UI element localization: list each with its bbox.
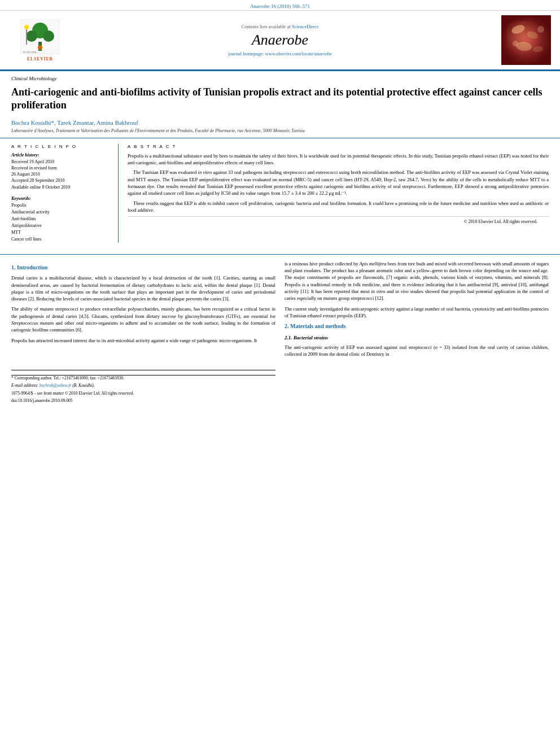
svg-point-4 xyxy=(43,30,54,42)
abstract-column: A B S T R A C T Propolis is a multifunct… xyxy=(128,144,549,243)
footnote-area: * Corresponding author. Tel.: +216734610… xyxy=(11,375,275,404)
keywords-label: Keywords: xyxy=(11,196,111,201)
intro-para3: Propolis has attracted increased interes… xyxy=(11,337,275,344)
svg-point-7 xyxy=(24,25,29,29)
copyright-line: © 2010 Elsevier Ltd. All rights reserved… xyxy=(128,216,549,228)
journal-homepage: journal homepage: www.elsevier.com/locat… xyxy=(71,51,489,56)
journal-header: ELSEVIER ELSEVIER Contents lists availab… xyxy=(0,11,560,71)
corresponding-author: * Corresponding author. Tel.: +216734610… xyxy=(11,375,275,382)
svg-point-10 xyxy=(510,23,526,35)
abstract-para1: Propolis is a multifunctional substance … xyxy=(128,152,549,167)
intro-para2: The ability of mutans streptococci to pr… xyxy=(11,305,275,333)
journal-volume: Anaerobe 16 (2010) 566–571 xyxy=(250,3,310,9)
revised-date: 26 August 2010 xyxy=(11,171,111,177)
body-right-col: is a resinous hive product collected by … xyxy=(285,260,549,405)
intro-para1: Dental caries is a multifactorial diseas… xyxy=(11,274,275,302)
revised-label: Received in revised form xyxy=(11,165,111,171)
article-info-column: A R T I C L E I N F O Article history: R… xyxy=(11,144,119,243)
svg-point-12 xyxy=(515,41,532,51)
abstract-header: A B S T R A C T xyxy=(128,144,549,149)
keyword-1: Propolis xyxy=(11,202,111,209)
right-logo-area xyxy=(489,15,551,65)
keyword-6: Cancer cell lines xyxy=(11,236,111,243)
svg-point-3 xyxy=(26,30,37,42)
anaerobe-cover-image xyxy=(501,15,551,65)
authors: Bochra Kouidhi*, Tarek Zmantar, Amina Ba… xyxy=(0,117,560,127)
journal-center-info: Contents lists available at ScienceDirec… xyxy=(71,24,489,56)
elsevier-text: ELSEVIER xyxy=(27,56,53,62)
issn-line: 1075-9964/$ – see front matter © 2010 El… xyxy=(11,391,275,397)
available-date: Available online 8 October 2010 xyxy=(11,184,111,190)
materials-methods-title: 2. Materials and methods xyxy=(285,322,549,331)
article-title: Anti-cariogenic and anti-biofilms activi… xyxy=(0,84,560,117)
affiliation: Laboratoire d'Analyses, Traitement et Va… xyxy=(0,127,560,138)
svg-rect-9 xyxy=(501,15,551,65)
svg-text:ELSEVIER: ELSEVIER xyxy=(23,51,37,54)
abstract-para2: The Tunisian EEP was evaluated in vitro … xyxy=(128,169,549,196)
email-line: E-mail address: bochrak@yahoo.fr (B. Kou… xyxy=(11,383,275,389)
svg-rect-6 xyxy=(26,28,27,45)
info-abstract-section: A R T I C L E I N F O Article history: R… xyxy=(0,138,560,248)
doi-line: doi:10.1016/j.anaerobe.2010.09.005 xyxy=(11,398,275,404)
right-para1: is a resinous hive product collected by … xyxy=(285,260,549,302)
bacterial-strains-para1: The anti-cariogenic activity of EEP was … xyxy=(285,344,549,358)
top-bar: Anaerobe 16 (2010) 566–571 xyxy=(0,0,560,11)
svg-point-15 xyxy=(537,26,544,33)
elsevier-tree-icon: ELSEVIER xyxy=(20,19,60,54)
received-date: Received 19 April 2010 xyxy=(11,159,111,165)
svg-point-14 xyxy=(513,41,518,46)
article-type: Clinical Microbiology xyxy=(0,71,560,84)
bacterial-strains-title: 2.1. Bacterial strains xyxy=(285,334,549,342)
history-label: Article history: xyxy=(11,152,111,158)
article-info-header: A R T I C L E I N F O xyxy=(11,144,111,149)
svg-point-11 xyxy=(526,30,539,40)
abstract-para3: These results suggest that EEP is able t… xyxy=(128,200,549,214)
sciencedirect-line: Contents lists available at ScienceDirec… xyxy=(71,24,489,29)
keyword-2: Antibacterial activity xyxy=(11,209,111,216)
keyword-4: Antiproliferative xyxy=(11,222,111,229)
body-left-col: 1. Introduction Dental caries is a multi… xyxy=(11,260,275,405)
keyword-5: MTT xyxy=(11,229,111,236)
body-section: 1. Introduction Dental caries is a multi… xyxy=(0,254,560,410)
keywords-list: Propolis Antibacterial activity Anti-bio… xyxy=(11,202,111,243)
intro-section-title: 1. Introduction xyxy=(11,264,275,272)
elsevier-logo-area: ELSEVIER ELSEVIER xyxy=(9,19,71,62)
svg-point-13 xyxy=(532,46,543,53)
svg-point-5 xyxy=(38,45,42,50)
journal-name: Anaerobe xyxy=(71,32,489,49)
accepted-date: Accepted 28 September 2010 xyxy=(11,177,111,184)
anaerobe-image-icon xyxy=(501,15,551,65)
right-para2: The current study investigated the antic… xyxy=(285,305,549,320)
keyword-3: Anti-biofilms xyxy=(11,216,111,222)
